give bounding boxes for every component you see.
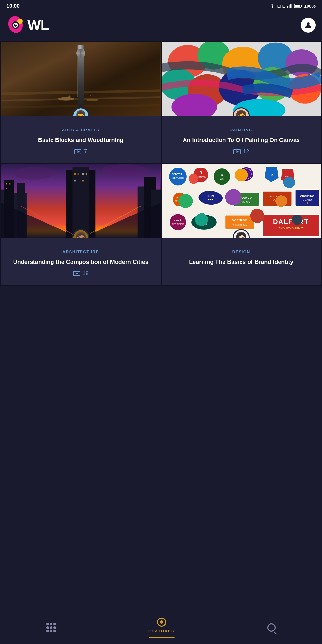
svg-text:DALFORT: DALFORT: [273, 218, 309, 225]
logo-icon: [6, 15, 29, 35]
svg-text:DEPT: DEPT: [206, 194, 214, 197]
wifi-icon: [270, 4, 275, 9]
signal-icon: [287, 4, 292, 9]
card-body-3: ARCHITECTURE Understanding the Compositi…: [1, 238, 161, 285]
svg-text:★: ★: [276, 202, 278, 204]
lesson-count-1: 7: [84, 149, 87, 155]
svg-rect-103: [262, 214, 319, 237]
lesson-count-3: 18: [83, 271, 89, 276]
svg-text:SERVICE: SERVICE: [172, 177, 184, 179]
svg-text:★ 66: ★ 66: [285, 178, 290, 181]
svg-point-60: [102, 164, 147, 176]
svg-rect-50: [72, 167, 89, 238]
grid-dot: [50, 630, 52, 632]
card-category-3: ARCHITECTURE: [62, 250, 99, 254]
svg-rect-100: [225, 215, 254, 229]
svg-point-77: [172, 192, 187, 207]
card-body-4: DESIGN Learning The Basics of Brand Iden…: [162, 238, 321, 285]
svg-text:CAT★: CAT★: [174, 219, 182, 222]
grid-icon: [46, 623, 56, 632]
card-body-2: PAINTING An Introduction To Oil Painting…: [162, 116, 321, 163]
svg-point-11: [14, 24, 17, 27]
status-bar: 10:00 LTE: [0, 0, 322, 12]
card-image-stickers: CENTRAL SERVICE R EASTERN ★ 225 ★ US PHI…: [162, 164, 321, 238]
svg-point-24: [80, 85, 83, 90]
nav-search[interactable]: [261, 623, 282, 632]
profile-button[interactable]: [301, 18, 316, 33]
svg-rect-51: [74, 173, 76, 175]
card-arts-crafts[interactable]: 👨 ARTS & CRAFTS Basic Blocks and Woodtur…: [1, 42, 161, 163]
svg-rect-0: [287, 6, 288, 8]
svg-text:★: ★: [245, 172, 248, 176]
svg-text:EASTERN: EASTERN: [195, 176, 206, 178]
svg-point-13: [307, 22, 310, 25]
svg-text:★: ★: [221, 173, 223, 177]
logo-text: WL: [27, 17, 49, 33]
svg-text:CROSSING: CROSSING: [300, 195, 314, 197]
svg-marker-19: [79, 97, 82, 105]
svg-text:GUARD: GUARD: [302, 198, 312, 201]
card-category-1: ARTS & CRAFTS: [62, 128, 99, 132]
battery-percent: 100%: [304, 4, 316, 9]
grid-dot: [50, 623, 52, 625]
svg-point-21: [86, 99, 98, 101]
video-icon-1: [74, 149, 81, 154]
card-lessons-1: 7: [74, 149, 87, 155]
svg-rect-61: [162, 164, 321, 238]
svg-rect-45: [6, 188, 7, 189]
svg-point-23: [90, 95, 91, 96]
grid-dot: [46, 630, 49, 632]
svg-point-80: [198, 190, 223, 206]
svg-text:225: 225: [220, 178, 224, 180]
svg-point-65: [193, 167, 209, 183]
card-image-paint: 👩: [162, 42, 321, 116]
card-image-drill: 👨: [1, 42, 161, 116]
header: WL: [0, 12, 322, 41]
card-painting[interactable]: 👩 PAINTING An Introduction To Oil Painti…: [162, 42, 321, 163]
svg-point-20: [58, 97, 74, 101]
svg-point-22: [68, 96, 70, 98]
card-architecture[interactable]: 👩🏽 ARCHITECTURE Understanding the Compos…: [1, 164, 161, 285]
card-body-1: ARTS & CRAFTS Basic Blocks and Woodturni…: [1, 116, 161, 163]
grid-dot: [50, 626, 52, 629]
grid-dot: [53, 623, 56, 625]
card-lessons-3: 18: [73, 271, 89, 276]
card-design[interactable]: CENTRAL SERVICE R EASTERN ★ 225 ★ US PHI…: [162, 164, 321, 285]
grid-dot: [53, 626, 56, 629]
svg-text:CERTIFIED: CERTIFIED: [172, 223, 184, 225]
svg-text:★ CERTIFIED: ★ CERTIFIED: [232, 224, 247, 226]
svg-text:DAN'S: DAN'S: [199, 219, 208, 222]
svg-rect-43: [6, 183, 7, 185]
grid-dot: [53, 630, 56, 632]
status-icons: LTE 100%: [270, 4, 316, 9]
nav-featured[interactable]: FEATURED: [142, 618, 181, 638]
svg-point-97: [191, 215, 217, 230]
svg-rect-54: [86, 173, 87, 175]
svg-text:3B★3C: 3B★3C: [242, 201, 250, 203]
svg-point-71: [239, 167, 253, 181]
svg-point-68: [213, 168, 230, 185]
lte-label: LTE: [277, 4, 285, 9]
svg-text:★ AUTHORIZED ★: ★ AUTHORIZED ★: [278, 226, 304, 229]
nav-featured-label: FEATURED: [148, 629, 175, 633]
svg-point-12: [15, 24, 17, 25]
svg-rect-6: [295, 5, 300, 7]
nav-browse[interactable]: [40, 623, 62, 632]
drill-svg: [1, 42, 161, 116]
grid-dot: [46, 623, 49, 625]
svg-point-62: [169, 168, 187, 186]
svg-text:US: US: [270, 174, 273, 177]
svg-text:PHIL: PHIL: [285, 175, 290, 178]
svg-text:CENTRAL: CENTRAL: [172, 173, 184, 176]
status-time: 10:00: [6, 3, 20, 9]
svg-point-59: [14, 167, 53, 180]
card-title-4: Learning The Basics of Brand Identity: [189, 258, 293, 274]
svg-text:★: ★: [306, 202, 308, 205]
video-icon-2: [233, 149, 241, 154]
svg-rect-55: [74, 180, 76, 181]
video-icon-3: [73, 271, 80, 276]
svg-rect-2: [290, 4, 291, 8]
svg-text:ALL SPARE: ALL SPARE: [270, 195, 285, 198]
card-title-1: Basic Blocks and Woodturning: [38, 136, 124, 144]
card-image-city: 👩🏽: [1, 164, 161, 238]
